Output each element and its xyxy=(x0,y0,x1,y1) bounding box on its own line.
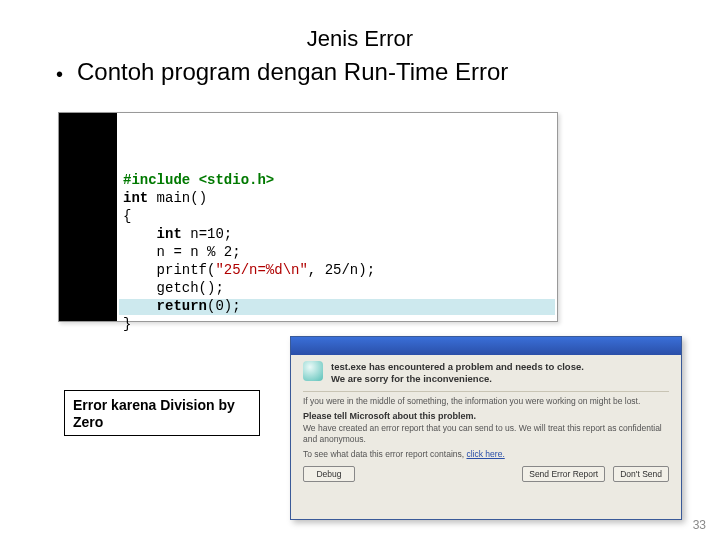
dialog-subhead: Please tell Microsoft about this problem… xyxy=(303,411,669,421)
caption-box: Error karena Division by Zero xyxy=(64,390,260,436)
page-number: 33 xyxy=(693,518,706,532)
code-preproc: #include <stdio.h> xyxy=(123,172,274,188)
code-kw-return: return xyxy=(157,298,207,314)
bullet-item: • Contoh program dengan Run-Time Error xyxy=(0,58,720,90)
code-text: #include <stdio.h> int main() { int n=10… xyxy=(123,171,551,333)
dialog-heading: test.exe has encountered a problem and n… xyxy=(331,361,584,385)
code-kw-int: int xyxy=(123,190,148,206)
dialog-body: test.exe has encountered a problem and n… xyxy=(291,355,681,486)
dialog-para1: If you were in the middle of something, … xyxy=(303,396,669,407)
send-report-button[interactable]: Send Error Report xyxy=(522,466,605,482)
code-area: #include <stdio.h> int main() { int n=10… xyxy=(117,113,557,321)
code-string: "25/n=%d\n" xyxy=(215,262,307,278)
error-dialog: test.exe has encountered a problem and n… xyxy=(290,336,682,520)
dont-send-button[interactable]: Don't Send xyxy=(613,466,669,482)
debug-button[interactable]: Debug xyxy=(303,466,355,482)
separator xyxy=(303,391,669,392)
dialog-titlebar xyxy=(291,337,681,355)
dialog-link-row: To see what data this error report conta… xyxy=(303,449,669,460)
dialog-para2: We have created an error report that you… xyxy=(303,423,669,445)
app-icon xyxy=(303,361,323,381)
code-gutter xyxy=(59,113,117,321)
code-kw-int2: int xyxy=(157,226,182,242)
dialog-button-row: Debug Send Error Report Don't Send xyxy=(303,466,669,482)
code-block: #include <stdio.h> int main() { int n=10… xyxy=(58,112,558,322)
bullet-dot: • xyxy=(56,58,63,90)
slide-title: Jenis Error xyxy=(0,26,720,52)
bullet-text: Contoh program dengan Run-Time Error xyxy=(77,58,508,86)
click-here-link[interactable]: click here. xyxy=(466,449,504,459)
